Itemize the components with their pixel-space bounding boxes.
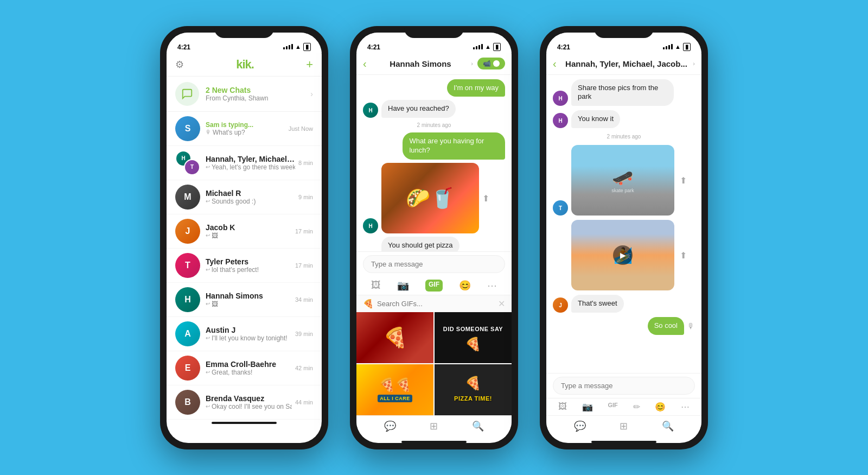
nav-grid[interactable]: ⊞ [430,420,438,432]
status-icons-2: ▲ ▮ [473,43,501,51]
video-call-button[interactable]: 📹 [477,58,505,69]
nav-chats-3[interactable]: 💬 [574,420,586,432]
nav-chats[interactable]: 💬 [384,420,396,432]
chat-time-hannah-simons: 34 min [295,296,313,303]
message-input-2[interactable] [363,255,505,273]
back-button-3[interactable]: ‹ [553,58,557,70]
reply-icon: ↩ [206,164,210,170]
avatar-msg-share: H [553,91,568,106]
p3-emoji-icon[interactable]: 😊 [655,402,666,412]
message-input-3[interactable] [553,377,695,395]
chat-time-emma: 42 min [295,365,313,371]
nav-search[interactable]: 🔍 [472,420,484,432]
status-time-2: 4:21 [367,43,380,51]
kik-logo: kik. [236,58,254,72]
home-indicator-1 [212,422,277,424]
avatar-hannah-simons: H [175,287,200,312]
share-icon-skate1[interactable]: ⬆ [680,175,687,186]
avatar-brenda: B [175,390,200,415]
chat-info-michael: Michael R ↩ Sounds good :) [206,189,295,205]
chat-item-jacob[interactable]: J Jacob K ↩ 🖼 17 min [167,214,322,249]
chat-item-michael[interactable]: M Michael R ↩ Sounds good :) 9 min [167,180,322,214]
gif-search-input[interactable] [377,300,498,308]
gif-cell-pizza1[interactable]: 🍕 [356,312,433,363]
chat-time-austin: 39 min [295,331,313,337]
video-icon: 📹 [483,60,491,67]
chat-name-hannah-simons: Hannah Simons [206,292,292,300]
chat-item-tyler[interactable]: T Tyler Peters ↩ lol that's perfect! 17 … [167,249,322,283]
contact-chevron-2: › [471,60,473,67]
messages-area-2: I'm on my way H Have you reached? 2 minu… [356,75,512,251]
chat-item-austin[interactable]: A Austin J ↩ I'll let you know by tonigh… [167,317,322,351]
nav-grid-3[interactable]: ⊞ [620,420,628,432]
share-icon-image[interactable]: ⬆ [482,193,489,204]
new-chats-icon [175,82,199,106]
chat-name-michael: Michael R [206,189,295,198]
p3-more-icon[interactable]: ⋯ [681,402,690,412]
chat-item-hannah-simons[interactable]: H Hannah Simons ↩ 🖼 34 min [167,283,322,317]
notch-3 [594,26,654,38]
chat-item-hannah-group[interactable]: H T Hannah, Tyler, Michael, R... ↩ Yeah,… [167,146,322,180]
notch-2 [404,26,464,38]
signal-icon-2 [473,44,483,49]
avatar-msg-image: H [363,218,378,233]
back-button-2[interactable]: ‹ [363,58,367,70]
msg-row-reached: H Have you reached? [363,100,505,118]
gif-cell-allcare[interactable]: 🍕🍕 ALL I CARE [356,364,433,415]
p3-gif-button[interactable]: GIF [608,402,617,412]
home-indicator-2 [401,441,467,443]
play-button[interactable]: ▶ [613,245,633,265]
avatar-tyler: T [175,253,200,278]
camera-icon[interactable]: 📷 [397,280,409,292]
msg-row-skate2: T 🏄 ▶ ⬆ [553,220,695,290]
bubble-share-pics: Share those pics from the park [571,79,674,106]
emoji-icon[interactable]: 😊 [459,280,471,292]
msg-row-lunch: What are you having for lunch? [363,132,505,160]
chat-item-emma[interactable]: E Emma Croll-Baehre ↩ Great, thanks! 42 … [167,351,322,385]
image-icon-hannah: 🖼 [212,300,218,308]
avatar-emma: E [175,356,200,381]
chat-contact-name-3[interactable]: Hannah, Tyler, Michael, Jacob... [561,59,692,68]
battery-icon-2: ▮ [493,43,501,51]
chat-preview-brenda: ↩ Okay cool! I'll see you on Saturday t.… [206,403,292,410]
bubble-pizza: You should get pizza [381,237,459,251]
chat-contact-name-2[interactable]: Hannah Simons [371,59,470,68]
gif-cell-pizzatime[interactable]: 🍕 PIZZA TIME! [435,364,512,415]
p3-camera-icon[interactable]: 📷 [582,402,593,412]
wifi-icon: ▲ [295,43,301,50]
gif-search-clear[interactable]: ✕ [498,299,505,309]
signal-icon [283,44,293,49]
avatar-austin: A [175,321,200,346]
p3-gallery-icon[interactable]: 🖼 [558,402,567,412]
chat-info-brenda: Brenda Vasquez ↩ Okay cool! I'll see you… [206,394,292,410]
new-chats-chevron: › [310,90,313,98]
chat-preview-jacob: ↩ 🖼 [206,232,292,239]
chat-preview-tyler: ↩ lol that's perfect! [206,266,292,274]
gallery-icon[interactable]: 🖼 [371,280,381,292]
wifi-icon-2: ▲ [485,43,491,50]
status-icons-1: ▲ ▮ [283,43,311,51]
chat-item-brenda[interactable]: B Brenda Vasquez ↩ Okay cool! I'll see y… [167,385,322,420]
msg-row-sweet: J That's sweet [553,295,695,313]
new-chats-from: From Cynthia, Shawn [206,94,310,102]
settings-icon[interactable]: ⚙ [175,59,184,71]
msg-row-onway: I'm on my way [363,79,505,97]
p3-pen-icon[interactable]: ✏ [633,402,640,412]
gif-button[interactable]: GIF [425,280,443,292]
nav-search-3[interactable]: 🔍 [662,420,674,432]
chat-time-sam: Just Now [289,125,313,132]
timestamp-2min: 2 minutes ago [363,122,505,128]
new-chats-banner[interactable]: 2 New Chats From Cynthia, Shawn › [167,77,322,112]
chat-info-hannah-group: Hannah, Tyler, Michael, R... ↩ Yeah, let… [206,155,295,171]
share-icon-skate2[interactable]: ⬆ [680,250,687,261]
gif-text-all-i-care: ALL I CARE [378,395,412,402]
message-input-area-3 [546,373,701,398]
new-chat-button[interactable]: + [306,58,313,72]
skate-video-2[interactable]: 🏄 ▶ [571,220,674,290]
more-icon[interactable]: ⋯ [487,280,497,292]
gif-search-bar: 🍕 ✕ [356,295,512,312]
gif-cell-pizza2[interactable]: DID SOMEONE SAY 🍕 [435,312,512,363]
chat-info-sam: Sam is typing... 🎙 What's up? [206,121,285,136]
chat-item-sam[interactable]: S Sam is typing... 🎙 What's up? Just Now [167,112,322,146]
avatar-hannah-group: H T [175,150,200,175]
